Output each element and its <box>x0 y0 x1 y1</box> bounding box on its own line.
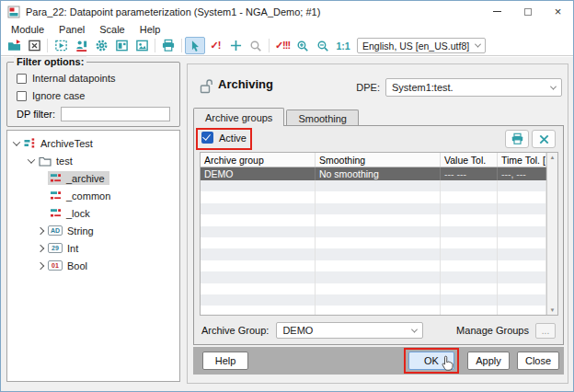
tree-item-common[interactable]: _common <box>7 187 179 204</box>
menu-module[interactable]: Module <box>4 24 52 35</box>
delete-button[interactable] <box>532 130 556 148</box>
apply-button[interactable]: Apply <box>467 352 510 370</box>
table-empty-cell <box>201 191 316 202</box>
open-panel-button[interactable] <box>132 37 152 54</box>
ignore-case-label: Ignore case <box>32 90 85 101</box>
table-empty-cell <box>441 306 498 316</box>
dpe-select[interactable]: System1:test. <box>385 78 562 97</box>
manage-groups-button[interactable]: ... <box>535 323 556 339</box>
tree-selection: _archive <box>48 171 109 185</box>
table-empty-cell <box>201 248 316 259</box>
app-window: Para_22: Datapoint parameterization (Sys… <box>0 0 574 392</box>
menu-help[interactable]: Help <box>132 24 168 35</box>
table-empty-cell <box>498 180 546 191</box>
scroll-down-icon[interactable]: ▼ <box>550 307 556 313</box>
cell-archive-group: DEMO <box>201 167 316 180</box>
table-empty-row[interactable] <box>201 226 557 237</box>
table-empty-cell <box>201 306 316 316</box>
table-empty-cell <box>316 203 441 214</box>
tree-item-test[interactable]: test <box>7 152 179 169</box>
table-empty-row[interactable] <box>201 237 557 248</box>
chevron-right-icon[interactable] <box>37 244 44 251</box>
delete-x-icon <box>538 133 550 145</box>
zoom-in-button[interactable] <box>293 37 313 54</box>
table-empty-cell <box>441 203 498 214</box>
move-tool-button[interactable] <box>225 37 246 54</box>
check-all-button[interactable]: ✓!!! <box>272 37 293 54</box>
tree-item-lock[interactable]: _lock <box>7 204 179 222</box>
column-header-archive-group[interactable]: Archive group <box>201 153 316 167</box>
close-module-button[interactable] <box>24 37 44 54</box>
maximize-button[interactable] <box>512 1 543 22</box>
panel-image-icon <box>135 39 149 52</box>
help-button[interactable]: Help <box>202 352 248 370</box>
table-empty-cell <box>441 294 498 306</box>
config-icon <box>50 172 62 184</box>
tree-item-label: _archive <box>66 173 105 184</box>
table-empty-row[interactable] <box>201 203 557 214</box>
tree-item-archive[interactable]: _archive <box>7 169 179 187</box>
tree-item-archivetest[interactable]: ArchiveTest <box>7 134 179 152</box>
close-panel-button[interactable]: Close <box>517 352 559 370</box>
dp-filter-input[interactable] <box>61 107 170 121</box>
table-empty-row[interactable] <box>201 214 557 225</box>
table-empty-row[interactable] <box>201 180 557 191</box>
column-header-time-tol[interactable]: Time Tol. [s] <box>498 153 546 167</box>
ignore-case-checkbox[interactable]: Ignore case <box>17 90 85 101</box>
table-empty-row[interactable] <box>201 283 557 294</box>
chevron-right-icon[interactable] <box>37 226 44 234</box>
table-scrollbar[interactable]: ▲ ▼ <box>546 153 557 315</box>
cell-time-tol: ---, --- <box>498 167 546 180</box>
menu-panel[interactable]: Panel <box>52 24 92 35</box>
chevron-down-icon[interactable] <box>28 156 35 163</box>
tab-archive-groups[interactable]: Archive groups <box>193 108 284 126</box>
tree-item-label: String <box>67 225 94 236</box>
column-header-smoothing[interactable]: Smoothing <box>316 153 441 167</box>
ok-button[interactable]: OK <box>408 352 454 370</box>
active-checkbox[interactable]: Active <box>201 132 247 144</box>
table-empty-row[interactable] <box>201 271 557 282</box>
table-empty-row[interactable] <box>201 306 557 316</box>
table-row-demo-selected[interactable]: DEMO No smoothing --- --- ---, --- <box>201 167 557 180</box>
table-empty-row[interactable] <box>201 191 557 202</box>
menu-scale[interactable]: Scale <box>92 24 132 35</box>
toolbar-separator <box>47 39 48 52</box>
zoom-out-button[interactable] <box>313 37 333 54</box>
para-module-button[interactable] <box>71 37 91 54</box>
zoom-ratio-button[interactable]: 1:1 <box>333 37 353 54</box>
run-module-icon <box>54 39 68 52</box>
table-empty-row[interactable] <box>201 260 557 271</box>
search-button[interactable] <box>246 37 266 54</box>
new-panel-button[interactable] <box>111 37 132 54</box>
app-icon <box>7 6 20 18</box>
scroll-up-icon[interactable]: ▲ <box>550 155 556 160</box>
tree-item-label: ArchiveTest <box>40 138 93 149</box>
print-list-button[interactable] <box>505 130 529 148</box>
chevron-right-icon[interactable] <box>37 261 44 269</box>
minimize-button[interactable] <box>482 1 512 22</box>
open-module-button[interactable] <box>4 37 24 54</box>
select-tool-button[interactable] <box>185 37 205 54</box>
tree-item-bool[interactable]: 01 Bool <box>7 257 179 274</box>
table-empty-cell <box>201 260 316 271</box>
print-button[interactable] <box>158 37 178 54</box>
tree-item-int[interactable]: 29 Int <box>7 239 179 257</box>
manage-groups-label: Manage Groups <box>456 325 529 336</box>
language-select[interactable]: English, US [en_US.utf8] <box>357 38 486 53</box>
settings-button[interactable] <box>91 37 111 54</box>
column-header-value-tol[interactable]: Value Tol. <box>441 153 498 167</box>
table-empty-cell <box>441 248 498 259</box>
chevron-down-icon[interactable] <box>13 138 20 145</box>
window-title: Para_22: Datapoint parameterization (Sys… <box>26 6 320 17</box>
close-button[interactable]: × <box>543 1 573 22</box>
table-empty-cell <box>316 260 441 271</box>
tree-item-string[interactable]: AD String <box>7 222 179 239</box>
archive-group-select[interactable]: DEMO <box>276 322 423 339</box>
internal-datapoints-checkbox[interactable]: Internal datapoints <box>17 73 116 84</box>
tab-smoothing[interactable]: Smoothing <box>286 110 359 126</box>
table-empty-row[interactable] <box>201 294 557 306</box>
table-empty-row[interactable] <box>201 248 557 259</box>
check-icon: ✓! <box>211 40 221 52</box>
run-module-button[interactable] <box>51 37 71 54</box>
check-button[interactable]: ✓! <box>205 37 225 54</box>
